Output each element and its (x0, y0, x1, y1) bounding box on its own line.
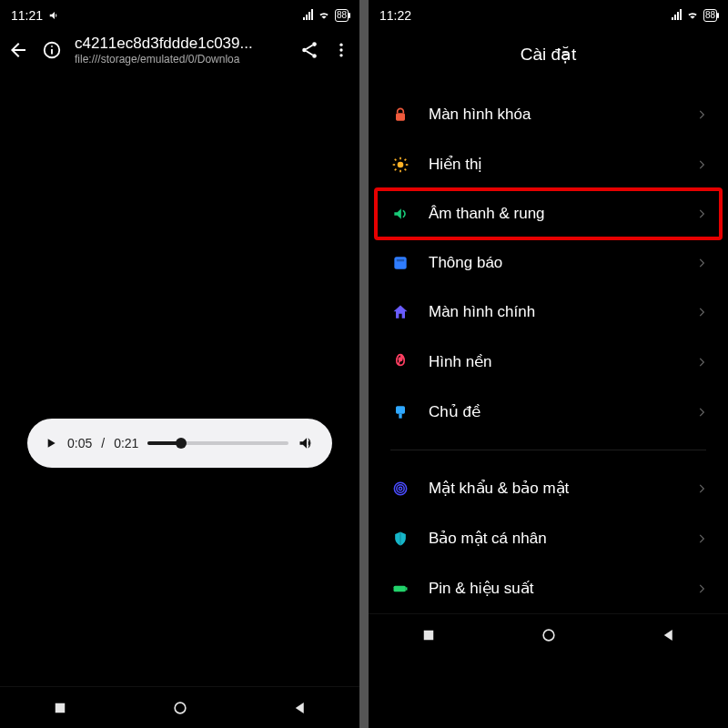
settings-row-battery[interactable]: Pin & hiệu suất (376, 563, 721, 613)
nav-bar (0, 686, 359, 728)
chevron-right-icon (695, 108, 708, 121)
nav-home-icon[interactable] (171, 699, 189, 717)
settings-row-fingerprint[interactable]: Mật khẩu & bảo mật (376, 463, 721, 513)
chevron-right-icon (695, 406, 708, 419)
svg-point-27 (397, 484, 404, 491)
battery-indicator: 88 (703, 9, 717, 22)
svg-rect-21 (394, 257, 406, 268)
settings-row-sun[interactable]: Hiển thị (376, 139, 721, 189)
settings-row-label: Chủ đề (429, 402, 679, 421)
settings-row-label: Màn hình khóa (429, 106, 679, 124)
fingerprint-icon (389, 480, 412, 498)
svg-rect-24 (396, 406, 405, 413)
page-title: c4211ec8d3fddde1c039... (75, 35, 287, 53)
chevron-right-icon (695, 158, 708, 171)
status-bar: 11:21 88 (0, 0, 359, 27)
svg-point-12 (398, 161, 404, 167)
settings-row-label: Hình nền (429, 352, 679, 371)
info-icon[interactable] (42, 40, 62, 60)
svg-rect-29 (394, 585, 406, 592)
settings-row-label: Pin & hiệu suất (429, 579, 679, 598)
nav-recent-icon[interactable] (52, 700, 68, 716)
battery-icon (389, 580, 412, 598)
svg-point-2 (51, 46, 53, 47)
phone-browser: 11:21 88 c4211ec8d3fddde1c039... file://… (0, 0, 359, 728)
page-url: file:///storage/emulated/0/Downloa (75, 53, 287, 66)
battery-indicator: 88 (335, 9, 349, 22)
audio-seek-track[interactable] (147, 441, 288, 445)
speaker-icon[interactable] (298, 434, 316, 452)
settings-row-shield[interactable]: Bảo mật cá nhân (376, 513, 721, 563)
svg-line-18 (405, 168, 407, 170)
lock-icon (389, 106, 412, 124)
sound-icon (389, 205, 412, 223)
phone-settings: 11:22 88 Cài đặt Màn hình khóa Hiển thị … (369, 0, 728, 728)
chevron-right-icon (695, 582, 708, 595)
nav-home-icon[interactable] (540, 626, 558, 644)
notification-icon (389, 254, 412, 272)
wallpaper-icon (389, 353, 412, 371)
settings-row-label: Mật khẩu & bảo mật (429, 479, 679, 498)
svg-point-7 (339, 48, 342, 51)
svg-line-17 (395, 158, 397, 160)
svg-rect-30 (406, 587, 408, 590)
nav-recent-icon[interactable] (420, 627, 437, 643)
audio-time-sep: / (101, 436, 105, 450)
play-icon[interactable] (44, 436, 58, 450)
svg-point-28 (399, 487, 401, 490)
svg-point-6 (339, 44, 342, 46)
wifi-icon (685, 9, 700, 22)
theme-icon (389, 403, 412, 421)
chevron-right-icon (695, 356, 708, 369)
settings-row-label: Âm thanh & rung (429, 205, 679, 223)
settings-row-label: Hiển thị (429, 155, 679, 174)
svg-rect-31 (423, 630, 433, 640)
settings-row-label: Bảo mật cá nhân (429, 529, 679, 548)
status-bar: 11:22 88 (369, 0, 728, 27)
svg-point-23 (399, 357, 403, 361)
settings-row-home[interactable]: Màn hình chính (376, 288, 721, 337)
sun-icon (389, 156, 412, 174)
svg-point-10 (175, 703, 186, 713)
chevron-right-icon (695, 207, 708, 220)
svg-rect-9 (55, 703, 65, 713)
chevron-right-icon (695, 257, 708, 269)
svg-line-20 (405, 158, 407, 160)
status-time: 11:22 (379, 8, 411, 23)
svg-rect-25 (399, 413, 401, 418)
share-icon[interactable] (299, 40, 319, 60)
divider (390, 450, 706, 450)
status-time: 11:21 (11, 8, 43, 23)
audio-current-time: 0:05 (67, 436, 92, 450)
nav-back-icon[interactable] (661, 627, 677, 643)
more-icon[interactable] (332, 40, 350, 60)
settings-title: Cài đặt (369, 27, 728, 90)
back-icon[interactable] (7, 39, 29, 61)
signal-icon (303, 8, 313, 23)
audio-knob[interactable] (176, 438, 187, 449)
signal-icon (672, 8, 682, 23)
audio-total-time: 0:21 (114, 436, 138, 450)
settings-row-sound[interactable]: Âm thanh & rung (376, 189, 721, 238)
svg-point-32 (543, 630, 554, 641)
svg-point-8 (339, 54, 342, 56)
svg-line-19 (395, 168, 397, 170)
wifi-icon (317, 9, 331, 22)
settings-row-lock[interactable]: Màn hình khóa (376, 90, 721, 139)
settings-row-theme[interactable]: Chủ đề (376, 387, 721, 437)
nav-back-icon[interactable] (292, 700, 308, 716)
nav-bar (369, 613, 728, 655)
volume-icon (48, 9, 61, 22)
svg-rect-22 (397, 259, 404, 262)
settings-row-label: Màn hình chính (429, 303, 679, 321)
chevron-right-icon (695, 306, 708, 318)
content-area: 0:05 / 0:21 (0, 73, 359, 686)
browser-header: c4211ec8d3fddde1c039... file:///storage/… (0, 27, 359, 73)
settings-row-notification[interactable]: Thông báo (376, 238, 721, 288)
shield-icon (389, 530, 412, 548)
audio-player[interactable]: 0:05 / 0:21 (27, 419, 332, 468)
chevron-right-icon (695, 532, 708, 545)
settings-row-wallpaper[interactable]: Hình nền (376, 337, 721, 387)
home-icon (389, 303, 412, 321)
chevron-right-icon (695, 482, 708, 495)
